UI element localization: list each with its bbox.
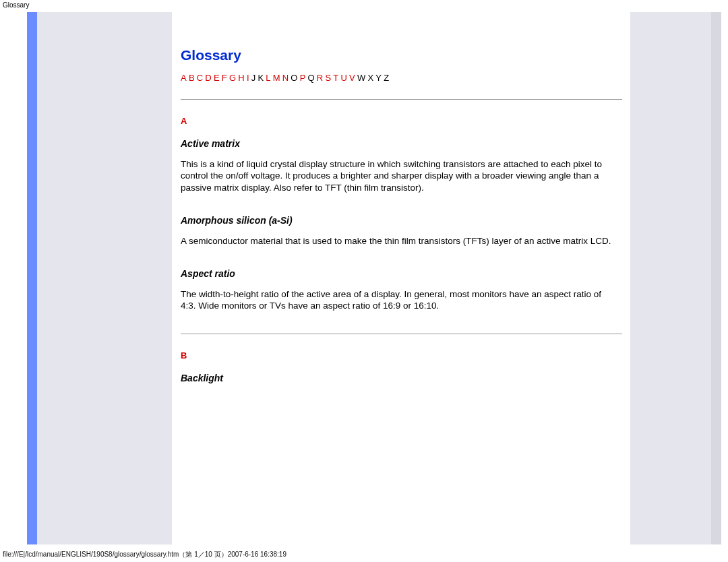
- alpha-letter-u[interactable]: U: [340, 73, 349, 83]
- divider: [181, 334, 622, 334]
- section-heading-b: B: [181, 350, 622, 361]
- alpha-letter-z: Z: [384, 73, 391, 83]
- alpha-letter-i[interactable]: I: [247, 73, 251, 83]
- alpha-letter-o: O: [291, 73, 299, 83]
- term-description: The width-to-height ratio of the active …: [181, 288, 617, 312]
- alpha-letter-b[interactable]: B: [189, 73, 197, 83]
- alpha-letter-p[interactable]: P: [300, 73, 308, 83]
- divider: [181, 99, 622, 100]
- alpha-letter-q: Q: [308, 73, 317, 83]
- alpha-index: ABCDEFGHIJKLMNOPQRSTUVWXYZ: [181, 73, 622, 83]
- left-margin-shade: [37, 12, 172, 544]
- alpha-letter-v[interactable]: V: [349, 73, 357, 83]
- right-accent-stripe: [711, 12, 721, 544]
- alpha-letter-a[interactable]: A: [181, 73, 189, 83]
- alpha-letter-x: X: [367, 73, 375, 83]
- term-description: A semiconductor material that is used to…: [181, 235, 617, 247]
- section-heading-a: A: [181, 116, 622, 126]
- alpha-letter-t[interactable]: T: [333, 73, 340, 83]
- alpha-letter-k: K: [257, 73, 266, 83]
- alpha-letter-g[interactable]: G: [229, 73, 238, 83]
- alpha-letter-f[interactable]: F: [222, 73, 229, 83]
- page-frame: Glossary ABCDEFGHIJKLMNOPQRSTUVWXYZ A Ac…: [27, 12, 721, 544]
- alpha-letter-n[interactable]: N: [282, 73, 291, 83]
- term-heading: Amorphous silicon (a-Si): [181, 215, 622, 226]
- right-margin-shade: [630, 12, 711, 544]
- alpha-letter-y: Y: [375, 73, 384, 83]
- page-title: Glossary: [181, 47, 622, 63]
- alpha-letter-j: J: [251, 73, 258, 83]
- left-accent-stripe: [27, 12, 37, 544]
- term-heading: Backlight: [181, 373, 622, 383]
- alpha-letter-e[interactable]: E: [214, 73, 222, 83]
- term-heading: Active matrix: [181, 138, 622, 149]
- page-label: Glossary: [3, 1, 29, 9]
- alpha-letter-d[interactable]: D: [205, 73, 214, 83]
- alpha-letter-h[interactable]: H: [238, 73, 247, 83]
- alpha-letter-w: W: [357, 73, 367, 83]
- alpha-letter-r[interactable]: R: [317, 73, 326, 83]
- term-description: This is a kind of liquid crystal display…: [181, 158, 617, 193]
- alpha-letter-l[interactable]: L: [266, 73, 272, 83]
- content-area: Glossary ABCDEFGHIJKLMNOPQRSTUVWXYZ A Ac…: [181, 27, 622, 393]
- alpha-letter-m[interactable]: M: [273, 73, 282, 83]
- alpha-letter-c[interactable]: C: [197, 73, 206, 83]
- alpha-letter-s[interactable]: S: [325, 73, 333, 83]
- footer-path: file:///E|/lcd/manual/ENGLISH/190S8/glos…: [3, 550, 286, 559]
- term-heading: Aspect ratio: [181, 268, 622, 279]
